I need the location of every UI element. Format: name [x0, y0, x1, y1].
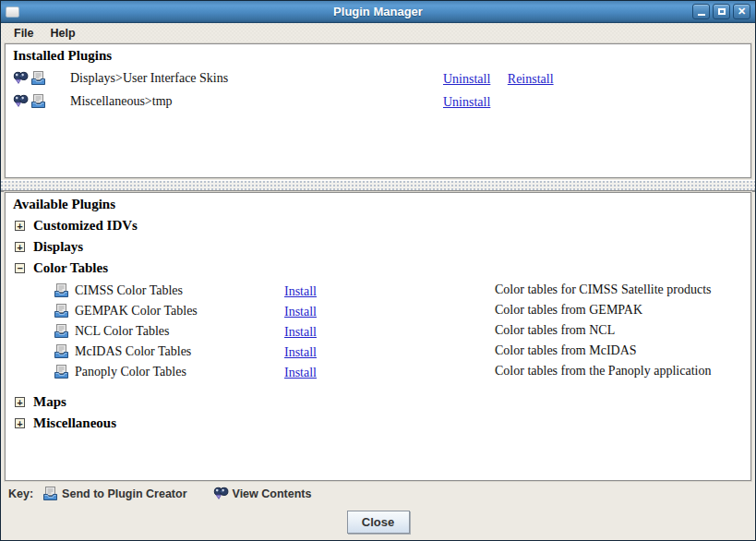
category-customized-idvs: + Customized IDVs: [11, 215, 745, 236]
send-to-plugin-creator-icon[interactable]: [54, 323, 69, 339]
send-to-plugin-creator-icon[interactable]: [54, 283, 69, 298]
send-to-plugin-creator-icon[interactable]: [30, 93, 46, 109]
category-miscellaneous: + Miscellaneous: [11, 413, 745, 434]
expand-toggle-icon[interactable]: +: [15, 221, 25, 231]
category-label: Color Tables: [33, 260, 108, 276]
installed-plugins-pane: Installed Plugins Displays>User Interfac…: [5, 43, 751, 178]
titlebar[interactable]: Plugin Manager ✕: [1, 1, 755, 23]
installed-plugins-header: Installed Plugins: [11, 47, 745, 66]
category-label: Maps: [33, 394, 66, 410]
plugin-name: Panoply Color Tables: [75, 365, 186, 379]
category-label: Customized IDVs: [33, 218, 138, 234]
available-plugins-pane: Available Plugins + Customized IDVs + Di…: [5, 192, 751, 481]
category-displays: + Displays: [11, 236, 745, 258]
plugin-description: Color tables from the Panoply applicatio…: [495, 364, 727, 379]
send-to-plugin-creator-icon[interactable]: [54, 343, 69, 359]
maximize-button[interactable]: [713, 4, 730, 19]
menu-help[interactable]: Help: [43, 25, 83, 42]
maximize-icon: [718, 8, 726, 15]
plugin-description: Color tables from NCL: [495, 323, 727, 339]
install-link[interactable]: Install: [284, 284, 317, 298]
expand-toggle-icon[interactable]: +: [15, 397, 25, 407]
installed-plugin-name: Miscellaneous>tmp: [70, 94, 443, 109]
install-link[interactable]: Install: [284, 345, 317, 359]
minimize-button[interactable]: [692, 4, 710, 19]
window-controls: ✕: [692, 4, 750, 19]
installed-row-displays-skins: Displays>User Interface Skins Uninstall …: [11, 66, 745, 90]
send-to-plugin-creator-icon[interactable]: [30, 70, 46, 86]
install-link[interactable]: Install: [284, 366, 317, 379]
install-link[interactable]: Install: [284, 325, 317, 339]
category-maps: + Maps: [11, 391, 745, 413]
send-to-plugin-creator-icon[interactable]: [54, 303, 69, 319]
plugin-manager-window: Plugin Manager ✕ File Help Installed Plu…: [0, 0, 756, 541]
close-button[interactable]: Close: [347, 511, 410, 534]
window-menu-icon[interactable]: [6, 6, 19, 18]
reinstall-link[interactable]: Reinstall: [508, 72, 554, 86]
install-link[interactable]: Install: [284, 305, 317, 319]
category-label: Miscellaneous: [33, 415, 116, 431]
plugin-description: Color tables for CIMSS Satellite product…: [495, 283, 727, 298]
installed-plugin-name: Displays>User Interface Skins: [70, 71, 443, 86]
view-contents-icon: [213, 486, 229, 501]
plugin-row-cimss: CIMSS Color Tables Install Color tables …: [11, 283, 745, 299]
uninstall-link[interactable]: Uninstall: [443, 72, 490, 86]
send-to-plugin-creator-icon: [42, 486, 58, 501]
plugin-row-panoply: Panoply Color Tables Install Color table…: [11, 364, 745, 380]
send-to-plugin-creator-icon[interactable]: [54, 364, 69, 379]
plugin-name: McIDAS Color Tables: [75, 344, 191, 359]
view-contents-icon[interactable]: [13, 70, 29, 86]
plugin-name: GEMPAK Color Tables: [75, 304, 198, 319]
plugin-row-mcidas: McIDAS Color Tables Install Color tables…: [11, 343, 745, 360]
plugin-row-ncl: NCL Color Tables Install Color tables fr…: [11, 323, 745, 340]
view-contents-icon[interactable]: [13, 93, 29, 109]
key-label: Key:: [8, 487, 33, 500]
installed-row-miscellaneous-tmp: Miscellaneous>tmp Uninstall: [11, 90, 745, 113]
category-color-tables: − Color Tables: [11, 258, 745, 279]
plugin-row-gempak: GEMPAK Color Tables Install Color tables…: [11, 303, 745, 319]
close-icon: ✕: [738, 6, 746, 17]
footer: Close: [1, 506, 755, 540]
plugin-name: NCL Color Tables: [75, 324, 169, 339]
expand-toggle-icon[interactable]: +: [15, 418, 25, 428]
expand-toggle-icon[interactable]: +: [15, 242, 25, 252]
key-item-label: Send to Plugin Creator: [62, 487, 186, 500]
category-label: Displays: [33, 239, 83, 255]
menu-file[interactable]: File: [6, 25, 42, 42]
legend-bar: Key: Send to Plugin Creator View Content…: [1, 481, 755, 506]
uninstall-link[interactable]: Uninstall: [443, 95, 490, 109]
close-window-button[interactable]: ✕: [733, 4, 750, 19]
window-title: Plugin Manager: [1, 5, 755, 18]
minimize-icon: [698, 14, 705, 16]
key-item-label: View Contents: [233, 487, 312, 500]
available-plugins-header: Available Plugins: [11, 196, 745, 215]
collapse-toggle-icon[interactable]: −: [15, 263, 25, 273]
plugin-description: Color tables from GEMPAK: [495, 303, 727, 319]
split-pane-divider[interactable]: [1, 180, 755, 192]
plugin-name: CIMSS Color Tables: [75, 283, 183, 298]
menubar: File Help: [1, 23, 755, 43]
plugin-description: Color tables from McIDAS: [495, 343, 727, 359]
